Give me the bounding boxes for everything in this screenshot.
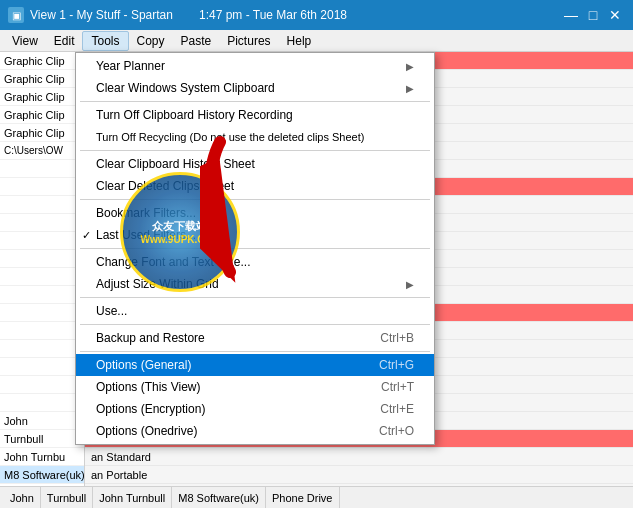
title-time: 1:47 pm - Tue Mar 6th 2018 bbox=[199, 8, 347, 22]
list-item bbox=[0, 232, 84, 250]
title-bar-left: ▣ View 1 - My Stuff - Spartan 1:47 pm - … bbox=[8, 7, 347, 23]
menu-item-label: Options (This View) bbox=[96, 380, 200, 394]
status-bar: John Turnbull John Turnbull M8 Software(… bbox=[0, 486, 633, 508]
menu-item-label: Change Font and Text Size... bbox=[96, 255, 251, 269]
list-item bbox=[0, 178, 84, 196]
shortcut-label: Ctrl+O bbox=[379, 424, 414, 438]
menu-item-use[interactable]: Use... bbox=[76, 300, 434, 322]
submenu-arrow-icon: ▶ bbox=[406, 83, 414, 94]
menu-item-turn-off-recycling[interactable]: Turn Off Recycling (Do not use the delet… bbox=[76, 126, 434, 148]
menu-item-backup[interactable]: Backup and Restore Ctrl+B bbox=[76, 327, 434, 349]
maximize-button[interactable]: □ bbox=[583, 5, 603, 25]
menu-tools[interactable]: Tools bbox=[82, 31, 128, 51]
menu-item-label: Last Used Filters... bbox=[96, 228, 196, 242]
list-item bbox=[0, 394, 84, 412]
shortcut-label: Ctrl+E bbox=[380, 402, 414, 416]
clip-list: Graphic Clip Graphic Clip Graphic Clip G… bbox=[0, 52, 85, 508]
shortcut-label: Ctrl+B bbox=[380, 331, 414, 345]
list-item bbox=[0, 196, 84, 214]
menu-item-label: Bookmark Filters... bbox=[96, 206, 196, 220]
menu-item-turn-off-recording[interactable]: Turn Off Clipboard History Recording bbox=[76, 104, 434, 126]
menu-bar: View Edit Tools Copy Paste Pictures Help bbox=[0, 30, 633, 52]
menu-item-label: Year Planner bbox=[96, 59, 165, 73]
list-item[interactable]: an Portable bbox=[85, 466, 633, 484]
shortcut-label: Ctrl+G bbox=[379, 358, 414, 372]
list-item[interactable]: M8 Software(uk) bbox=[0, 466, 84, 484]
separator bbox=[80, 150, 430, 151]
menu-item-last-used[interactable]: Last Used Filters... bbox=[76, 224, 434, 246]
menu-item-label: Clear Windows System Clipboard bbox=[96, 81, 275, 95]
menu-item-label: Backup and Restore bbox=[96, 331, 205, 345]
menu-paste[interactable]: Paste bbox=[173, 31, 220, 51]
list-item bbox=[0, 340, 84, 358]
menu-item-bookmark[interactable]: Bookmark Filters... bbox=[76, 202, 434, 224]
main-area: Graphic Clip Graphic Clip Graphic Clip G… bbox=[0, 52, 633, 508]
list-item[interactable]: Graphic Clip bbox=[0, 106, 84, 124]
list-item bbox=[0, 160, 84, 178]
menu-item-options-encryption[interactable]: Options (Encryption) Ctrl+E bbox=[76, 398, 434, 420]
menu-view[interactable]: View bbox=[4, 31, 46, 51]
minimize-button[interactable]: — bbox=[561, 5, 581, 25]
list-item bbox=[0, 358, 84, 376]
menu-item-label: Options (Onedrive) bbox=[96, 424, 197, 438]
list-item bbox=[0, 268, 84, 286]
menu-help[interactable]: Help bbox=[279, 31, 320, 51]
menu-item-label: Use... bbox=[96, 304, 127, 318]
menu-item-options-view[interactable]: Options (This View) Ctrl+T bbox=[76, 376, 434, 398]
menu-item-clear-history[interactable]: Clear Clipboard History Sheet bbox=[76, 153, 434, 175]
menu-item-label: Options (General) bbox=[96, 358, 191, 372]
list-item bbox=[0, 304, 84, 322]
menu-item-options-onedrive[interactable]: Options (Onedrive) Ctrl+O bbox=[76, 420, 434, 442]
list-item bbox=[0, 286, 84, 304]
list-item bbox=[0, 376, 84, 394]
shortcut-label: Ctrl+T bbox=[381, 380, 414, 394]
list-item[interactable]: C:\Users\OW bbox=[0, 142, 84, 160]
app-icon: ▣ bbox=[8, 7, 24, 23]
menu-item-adjust-size[interactable]: Adjust Size Within Grid ▶ bbox=[76, 273, 434, 295]
separator bbox=[80, 199, 430, 200]
menu-edit[interactable]: Edit bbox=[46, 31, 83, 51]
status-item: Phone Drive bbox=[266, 487, 340, 508]
title-bar-controls: — □ ✕ bbox=[561, 5, 625, 25]
separator bbox=[80, 101, 430, 102]
menu-pictures[interactable]: Pictures bbox=[219, 31, 278, 51]
list-item[interactable]: Graphic Clip bbox=[0, 88, 84, 106]
status-item: M8 Software(uk) bbox=[172, 487, 266, 508]
menu-item-options-general[interactable]: Options (General) Ctrl+G bbox=[76, 354, 434, 376]
menu-item-label: Clear Clipboard History Sheet bbox=[96, 157, 255, 171]
separator bbox=[80, 248, 430, 249]
list-item[interactable]: John bbox=[0, 412, 84, 430]
list-item[interactable]: John Turnbu bbox=[0, 448, 84, 466]
menu-item-year-planner[interactable]: Year Planner ▶ bbox=[76, 55, 434, 77]
separator bbox=[80, 351, 430, 352]
menu-item-label: Turn Off Clipboard History Recording bbox=[96, 108, 293, 122]
list-item bbox=[0, 214, 84, 232]
status-item: John Turnbull bbox=[93, 487, 172, 508]
list-item bbox=[0, 322, 84, 340]
status-item: John bbox=[4, 487, 41, 508]
list-item[interactable]: an Standard bbox=[85, 448, 633, 466]
separator bbox=[80, 324, 430, 325]
menu-item-label: Options (Encryption) bbox=[96, 402, 205, 416]
list-item[interactable]: Graphic Clip bbox=[0, 70, 84, 88]
menu-item-label: Clear Deleted Clips Sheet bbox=[96, 179, 234, 193]
submenu-arrow-icon: ▶ bbox=[406, 279, 414, 290]
menu-copy[interactable]: Copy bbox=[129, 31, 173, 51]
list-item bbox=[0, 250, 84, 268]
submenu-arrow-icon: ▶ bbox=[406, 61, 414, 72]
menu-item-clear-clipboard[interactable]: Clear Windows System Clipboard ▶ bbox=[76, 77, 434, 99]
status-item: Turnbull bbox=[41, 487, 93, 508]
menu-item-change-font[interactable]: Change Font and Text Size... bbox=[76, 251, 434, 273]
close-button[interactable]: ✕ bbox=[605, 5, 625, 25]
menu-item-clear-deleted[interactable]: Clear Deleted Clips Sheet bbox=[76, 175, 434, 197]
menu-item-label: Adjust Size Within Grid bbox=[96, 277, 219, 291]
list-item[interactable]: Graphic Clip bbox=[0, 52, 84, 70]
separator bbox=[80, 297, 430, 298]
list-item[interactable]: Turnbull bbox=[0, 430, 84, 448]
tools-dropdown-menu: Year Planner ▶ Clear Windows System Clip… bbox=[75, 52, 435, 445]
title-text: View 1 - My Stuff - Spartan bbox=[30, 8, 173, 22]
list-item[interactable]: Graphic Clip bbox=[0, 124, 84, 142]
title-bar: ▣ View 1 - My Stuff - Spartan 1:47 pm - … bbox=[0, 0, 633, 30]
menu-item-label: Turn Off Recycling (Do not use the delet… bbox=[96, 131, 364, 143]
